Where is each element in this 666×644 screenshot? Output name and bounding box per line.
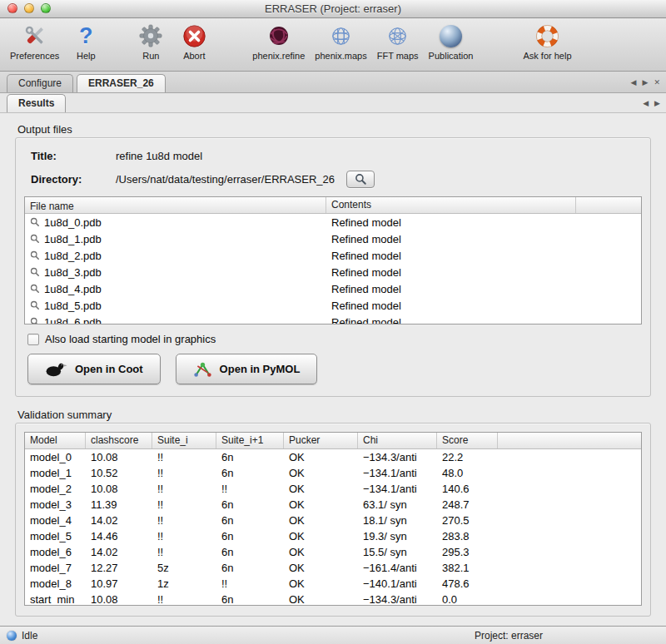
- validation-table-row[interactable]: model_6 14.02 !! 6n OK 15.5/ syn 295.3: [25, 544, 641, 560]
- cell-pucker: OK: [284, 577, 358, 590]
- load-starting-model-checkbox[interactable]: [27, 334, 39, 345]
- cell-clashscore: 10.08: [86, 593, 152, 606]
- load-starting-model-option: Also load starting model in graphics: [27, 333, 642, 345]
- run-button[interactable]: Run: [129, 21, 172, 62]
- column-header-pucker[interactable]: Pucker: [284, 433, 358, 448]
- cell-suite-i1: 6n: [216, 498, 284, 511]
- cell-suite-i1: 6n: [216, 546, 284, 558]
- magnifier-icon: [30, 267, 40, 277]
- directory-row: Directory: /Users/nat/data/testing/erras…: [31, 171, 642, 188]
- run-gear-icon: [134, 22, 167, 50]
- close-button[interactable]: [7, 3, 17, 13]
- validation-table-row[interactable]: model_3 11.39 !! 6n OK 63.1/ syn 248.7: [25, 497, 641, 513]
- file-table-row[interactable]: 1u8d_4.pdb Refined model: [25, 280, 641, 297]
- file-name: 1u8d_3.pdb: [44, 266, 102, 279]
- cell-model: start_min: [25, 593, 86, 606]
- phenix-maps-button[interactable]: phenix.maps: [310, 21, 371, 62]
- cell-suite-i: 1z: [152, 577, 216, 590]
- cell-pucker: OK: [284, 483, 358, 495]
- cell-clashscore: 14.46: [86, 530, 152, 542]
- validation-table-row[interactable]: model_7 12.27 5z 6n OK −161.4/anti 382.1: [25, 560, 641, 576]
- tool-label: Abort: [183, 51, 205, 61]
- title-row: Title: refine 1u8d model: [31, 150, 642, 162]
- column-header-suite-i[interactable]: Suite_i: [152, 433, 216, 448]
- file-name: 1u8d_4.pdb: [44, 283, 102, 295]
- file-table-row[interactable]: 1u8d_0.pdb Refined model: [25, 214, 641, 230]
- file-table-row[interactable]: 1u8d_6.pdb Refined model: [25, 314, 641, 324]
- column-header-model[interactable]: Model: [25, 433, 86, 448]
- validation-table-row[interactable]: model_2 10.08 !! !! OK −134.1/anti 140.6: [25, 481, 641, 497]
- cell-suite-i1: !!: [216, 483, 284, 495]
- button-label: Open in Coot: [75, 363, 143, 375]
- tab-scroll-left-button[interactable]: ◀: [631, 78, 637, 87]
- column-header-contents[interactable]: Contents: [326, 197, 576, 213]
- directory-label: Directory:: [31, 173, 116, 186]
- minimize-button[interactable]: [24, 3, 34, 13]
- tool-label: phenix.maps: [315, 51, 366, 61]
- cell-score: 140.6: [437, 483, 498, 495]
- abort-button[interactable]: Abort: [172, 21, 216, 62]
- browse-directory-button[interactable]: [346, 171, 375, 188]
- magnifier-icon: [355, 173, 367, 186]
- traffic-lights: [7, 3, 51, 13]
- validation-table-row[interactable]: model_0 10.08 !! 6n OK −134.3/anti 22.2: [25, 449, 641, 465]
- file-table-row[interactable]: 1u8d_5.pdb Refined model: [25, 297, 641, 314]
- file-contents: Refined model: [326, 300, 576, 312]
- validation-table-row[interactable]: model_4 14.02 !! 6n OK 18.1/ syn 270.5: [25, 513, 641, 528]
- tab-erraser-26[interactable]: ERRASER_26: [77, 74, 166, 92]
- cell-model: model_3: [25, 498, 86, 511]
- subtab-scroll-right-button[interactable]: ▶: [654, 99, 660, 107]
- column-header-chi[interactable]: Chi: [358, 433, 437, 448]
- preferences-button[interactable]: Preferences: [5, 21, 64, 62]
- status-bar: Idle Project: erraser: [0, 626, 666, 644]
- validation-table-row[interactable]: model_5 14.46 !! 6n OK 19.3/ syn 283.8: [25, 528, 641, 544]
- cell-suite-i: !!: [152, 467, 216, 479]
- app-window: ERRASER (Project: erraser) Preferences: [0, 0, 666, 644]
- publication-button[interactable]: Publication: [424, 21, 479, 62]
- column-header-clashscore[interactable]: clashscore: [86, 433, 152, 448]
- window-title: ERRASER (Project: erraser): [265, 2, 401, 15]
- column-header-file-name[interactable]: File name: [25, 197, 326, 213]
- validation-table-row[interactable]: start_min 10.08 !! 6n OK −134.3/anti 0.0: [25, 592, 641, 606]
- tab-configure[interactable]: Configure: [7, 74, 73, 92]
- cell-clashscore: 10.97: [86, 577, 152, 590]
- file-name: 1u8d_5.pdb: [44, 300, 102, 312]
- tool-label: Ask for help: [523, 51, 571, 61]
- fft-maps-button[interactable]: FFT maps: [372, 21, 424, 62]
- tool-label: FFT maps: [377, 51, 419, 61]
- magnifier-icon: [30, 234, 40, 244]
- subtab-scroll-left-button[interactable]: ◀: [643, 99, 649, 107]
- column-header-score[interactable]: Score: [437, 433, 498, 448]
- cell-chi: −140.1/anti: [358, 577, 437, 590]
- validation-table-row[interactable]: model_1 10.52 !! 6n OK −134.1/anti 48.0: [25, 465, 641, 481]
- phenix-refine-icon: [262, 22, 296, 50]
- column-header-suite-i1[interactable]: Suite_i+1: [216, 433, 284, 448]
- zoom-button[interactable]: [41, 3, 51, 13]
- phenix-refine-button[interactable]: phenix.refine: [247, 21, 310, 62]
- cell-chi: 63.1/ syn: [358, 498, 437, 511]
- help-button[interactable]: ? Help: [64, 21, 107, 62]
- tab-results[interactable]: Results: [7, 94, 66, 112]
- help-icon: ?: [69, 22, 102, 50]
- file-table-row[interactable]: 1u8d_2.pdb Refined model: [25, 247, 641, 264]
- tab-close-button[interactable]: ✕: [654, 78, 660, 87]
- magnifier-icon: [30, 317, 40, 324]
- pymol-icon: [193, 360, 212, 378]
- file-table-row[interactable]: 1u8d_3.pdb Refined model: [25, 264, 641, 280]
- title-label: Title:: [31, 150, 116, 162]
- tool-label: Help: [77, 51, 96, 61]
- ask-for-help-button[interactable]: Ask for help: [518, 21, 576, 62]
- file-table-row[interactable]: 1u8d_1.pdb Refined model: [25, 230, 641, 247]
- file-contents: Refined model: [326, 250, 576, 262]
- abort-icon: [177, 22, 211, 50]
- validation-table-row[interactable]: model_8 10.97 1z !! OK −140.1/anti 478.6: [25, 576, 641, 592]
- file-name: 1u8d_1.pdb: [44, 233, 102, 245]
- cell-clashscore: 10.08: [86, 451, 152, 463]
- tab-scroll-right-button[interactable]: ▶: [643, 78, 649, 87]
- toolbar: Preferences ? Help Run: [0, 18, 666, 72]
- open-in-coot-button[interactable]: Open in Coot: [27, 354, 161, 384]
- file-contents: Refined model: [326, 266, 576, 279]
- cell-score: 0.0: [437, 593, 498, 606]
- column-header-extra: [576, 197, 641, 213]
- open-in-pymol-button[interactable]: Open in PyMOL: [176, 354, 318, 384]
